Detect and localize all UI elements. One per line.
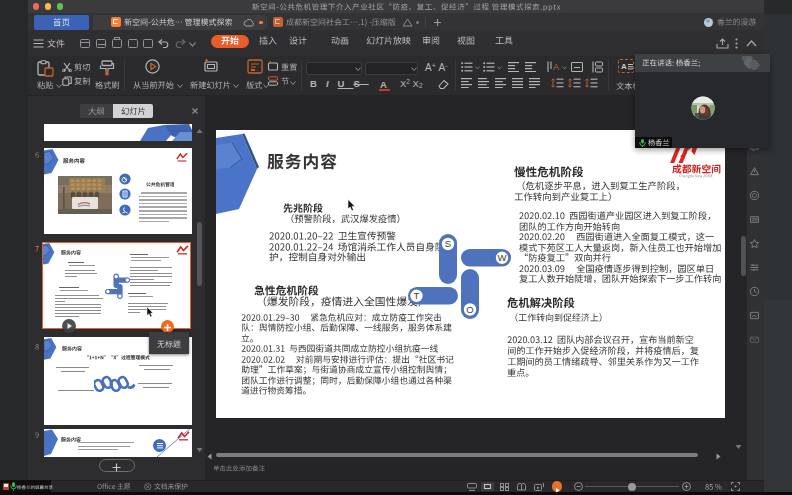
svg-text:T: T: [414, 290, 420, 301]
svg-text:A: A: [553, 62, 559, 72]
svg-text:O: O: [466, 304, 473, 315]
svg-text:W: W: [498, 252, 507, 263]
svg-text:S: S: [445, 238, 451, 249]
